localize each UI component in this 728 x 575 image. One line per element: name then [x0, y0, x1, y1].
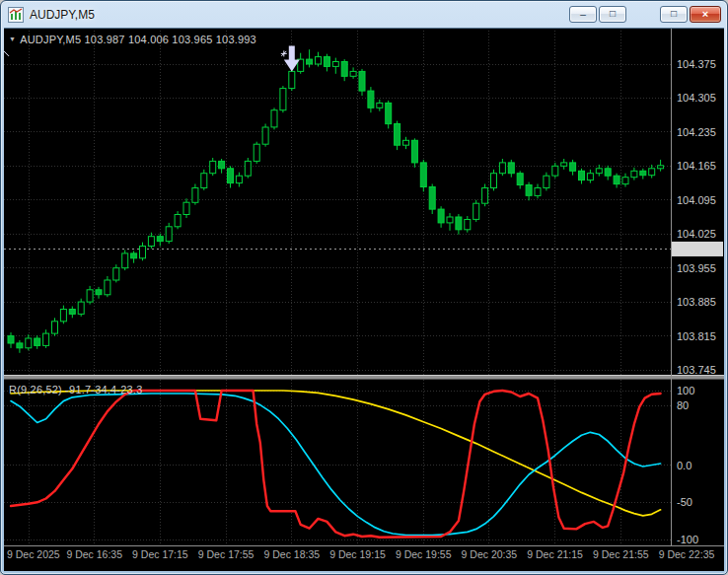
chart-client-area: 104.375104.305104.235104.165104.095104.0…: [4, 28, 724, 571]
titlebar[interactable]: AUDJPY,M5 _ □ □ ×: [1, 1, 727, 28]
main-chart-area[interactable]: [4, 29, 671, 375]
close-button[interactable]: ×: [690, 6, 721, 23]
maximize-icon: □: [671, 9, 677, 19]
price-axis[interactable]: [671, 29, 724, 545]
indicator-panel[interactable]: [4, 380, 671, 545]
window-controls: _ □ □ ×: [567, 6, 721, 23]
restore-icon: □: [610, 9, 616, 19]
minimize-button[interactable]: _: [569, 6, 597, 23]
time-axis[interactable]: [4, 545, 724, 571]
window-icon: [8, 7, 24, 23]
window-title: AUDJPY,M5: [30, 8, 95, 22]
chart-canvas[interactable]: 104.375104.305104.235104.165104.095104.0…: [4, 29, 724, 571]
maximize-button[interactable]: □: [660, 6, 688, 23]
minimize-icon: _: [580, 6, 586, 16]
metatrader-chart-window: AUDJPY,M5 _ □ □ × 104.375104.305104.2351…: [0, 0, 728, 575]
close-icon: ×: [702, 9, 708, 19]
restore-button[interactable]: □: [599, 6, 626, 23]
